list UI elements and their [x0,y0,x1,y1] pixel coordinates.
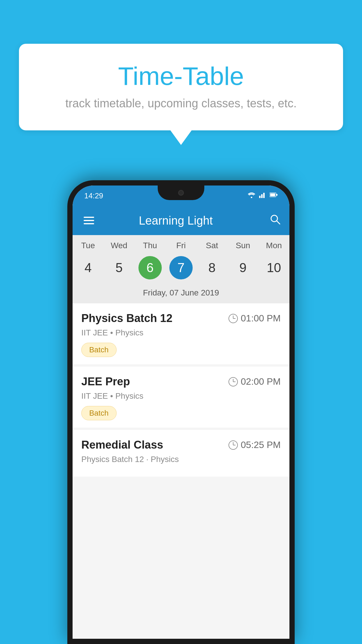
date-5: 5 [107,256,131,279]
phone-screen: 14:29 [73,186,289,639]
status-icons [247,192,278,200]
selected-date-label: Friday, 07 June 2019 [73,285,289,303]
svg-rect-4 [270,193,275,196]
schedule-item-subtitle-0: IIT JEE • Physics [81,328,281,337]
svg-rect-1 [261,194,263,198]
calendar-dates: 4 5 6 7 8 9 10 [73,253,289,285]
clock-icon-0 [229,314,238,323]
status-bar: 14:29 [73,186,289,206]
speech-bubble: Time-Table track timetable, upcoming cla… [19,44,343,130]
date-7-selected: 7 [169,256,193,279]
status-time: 14:29 [84,191,103,200]
svg-rect-2 [263,193,265,198]
schedule-item-subtitle-1: IIT JEE • Physics [81,391,281,401]
batch-badge-1: Batch [81,406,117,420]
date-cell-4[interactable]: 4 [73,256,103,279]
schedule-item-time-0: 01:00 PM [229,313,281,324]
schedule-item-header-1: JEE Prep 02:00 PM [81,375,281,388]
signal-icon [259,192,266,200]
day-sun[interactable]: Sun [227,241,258,250]
date-6-today: 6 [138,256,162,279]
date-cell-10[interactable]: 10 [259,256,289,279]
battery-icon [270,192,278,200]
day-thu[interactable]: Thu [135,241,166,250]
date-cell-5[interactable]: 5 [103,256,134,279]
schedule-item-2[interactable]: Remedial Class 05:25 PM Physics Batch 12… [73,430,289,477]
time-text-1: 02:00 PM [241,376,281,387]
bubble-subtitle: track timetable, upcoming classes, tests… [42,97,320,110]
day-fri[interactable]: Fri [166,241,196,250]
camera [178,190,184,196]
schedule-item-header-0: Physics Batch 12 01:00 PM [81,312,281,325]
date-cell-8[interactable]: 8 [196,256,227,279]
schedule-item-header-2: Remedial Class 05:25 PM [81,439,281,451]
date-cell-9[interactable]: 9 [227,256,258,279]
schedule-item-title-1: JEE Prep [81,375,130,388]
app-toolbar: Learning Light [73,206,289,235]
date-4: 4 [76,256,100,279]
clock-icon-1 [229,377,238,386]
date-cell-7[interactable]: 7 [166,256,196,279]
schedule-item-subtitle-2: Physics Batch 12 · Physics [81,455,281,464]
calendar-days-header: Tue Wed Thu Fri Sat Sun Mon [73,235,289,253]
day-wed[interactable]: Wed [103,241,134,250]
search-button[interactable] [270,214,281,228]
schedule-item-title-2: Remedial Class [81,439,163,451]
app-title: Learning Light [82,214,270,227]
notch-cutout [158,186,204,200]
phone-frame: 14:29 [67,180,295,644]
batch-badge-0: Batch [81,343,117,357]
time-text-0: 01:00 PM [241,313,281,324]
schedule-item-time-2: 05:25 PM [229,440,281,450]
wifi-icon [247,192,256,200]
day-sat[interactable]: Sat [196,241,227,250]
date-cell-6[interactable]: 6 [135,256,166,279]
svg-rect-0 [259,196,261,198]
speech-bubble-container: Time-Table track timetable, upcoming cla… [19,44,343,130]
day-tue[interactable]: Tue [73,241,103,250]
schedule-list: Physics Batch 12 01:00 PM IIT JEE • Phys… [73,303,289,639]
schedule-item-0[interactable]: Physics Batch 12 01:00 PM IIT JEE • Phys… [73,303,289,364]
schedule-item-1[interactable]: JEE Prep 02:00 PM IIT JEE • Physics Batc… [73,367,289,428]
calendar-section: Tue Wed Thu Fri Sat Sun Mon 4 5 6 7 [73,235,289,303]
schedule-item-time-1: 02:00 PM [229,376,281,387]
svg-rect-5 [276,194,277,196]
date-9: 9 [231,256,255,279]
date-10: 10 [262,256,286,279]
day-mon[interactable]: Mon [259,241,289,250]
clock-icon-2 [229,440,238,450]
bubble-title: Time-Table [42,61,320,91]
schedule-item-title-0: Physics Batch 12 [81,312,173,325]
date-8: 8 [200,256,224,279]
time-text-2: 05:25 PM [241,440,281,450]
svg-line-7 [277,221,280,224]
